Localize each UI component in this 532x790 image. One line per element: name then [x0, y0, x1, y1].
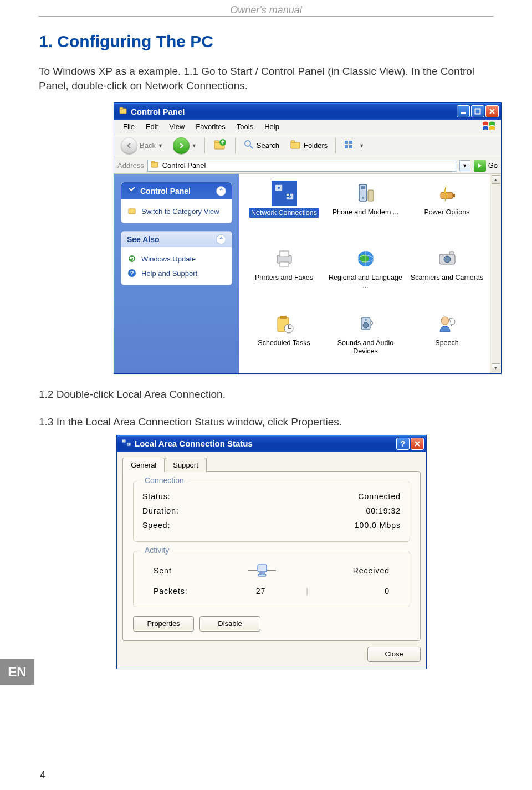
- go-button[interactable]: Go: [474, 160, 498, 172]
- address-label: Address: [117, 161, 144, 170]
- cp-item-globe[interactable]: Regional and Language ...: [325, 244, 406, 309]
- duration-key: Duration:: [142, 506, 179, 515]
- svg-rect-10: [291, 141, 295, 143]
- cp-item-network[interactable]: Network Connections: [243, 178, 325, 244]
- toolbar-separator: [335, 138, 336, 153]
- window-title: Control Panel: [131, 107, 185, 116]
- address-dropdown[interactable]: ▼: [459, 160, 470, 171]
- cp-item-label: Sounds and Audio Devices: [327, 339, 404, 356]
- power-icon: [434, 181, 460, 206]
- scroll-down-icon[interactable]: ▾: [492, 363, 500, 372]
- cp-item-phone[interactable]: Phone and Modem ...: [325, 178, 406, 244]
- svg-rect-18: [129, 209, 135, 214]
- control-panel-window: Control Panel File Edit View Favorites T…: [114, 102, 502, 374]
- svg-rect-14: [349, 145, 352, 148]
- network-icon: [121, 438, 131, 449]
- window-titlebar[interactable]: Control Panel: [114, 103, 501, 120]
- page-number: 4: [40, 770, 45, 781]
- properties-button[interactable]: Properties: [133, 616, 194, 632]
- cp-item-label: Network Connections: [249, 208, 319, 218]
- collapse-icon[interactable]: ⌃: [216, 234, 226, 244]
- activity-legend: Activity: [141, 546, 172, 555]
- svg-rect-3: [475, 109, 480, 114]
- forward-button[interactable]: ▼: [170, 136, 200, 156]
- views-button[interactable]: ▼: [340, 137, 367, 153]
- help-support-link[interactable]: ? Help and Support: [127, 266, 226, 280]
- svg-rect-54: [258, 565, 267, 572]
- icon-grid-area: Network ConnectionsPhone and Modem ...Po…: [239, 174, 501, 373]
- help-icon: ?: [127, 268, 137, 278]
- close-dialog-button[interactable]: Close: [367, 647, 421, 662]
- svg-line-8: [250, 146, 253, 148]
- cp-item-tasks[interactable]: Scheduled Tasks: [243, 309, 325, 373]
- control-panel-title-icon: [119, 106, 127, 117]
- sidebar-panel2-title: See Also: [127, 235, 160, 244]
- close-button[interactable]: [411, 438, 424, 450]
- tab-general[interactable]: General: [122, 458, 165, 472]
- cp-item-power[interactable]: Power Options: [406, 178, 488, 244]
- sidebar-panel-see-also: See Also ⌃ Windows Update ?: [121, 231, 232, 285]
- svg-point-7: [245, 141, 250, 146]
- folders-button[interactable]: Folders: [286, 137, 331, 153]
- tabs: General Support: [122, 458, 421, 472]
- menu-view[interactable]: View: [163, 121, 190, 132]
- page-header: Owner's manual: [39, 0, 493, 17]
- menu-edit[interactable]: Edit: [140, 121, 163, 132]
- search-button[interactable]: Search: [240, 137, 283, 153]
- chevron-down-icon: ▼: [192, 143, 197, 148]
- back-icon: [121, 137, 137, 154]
- collapse-icon[interactable]: ⌃: [216, 186, 226, 196]
- svg-rect-56: [258, 574, 266, 576]
- close-button[interactable]: [485, 105, 499, 117]
- cp-item-camera[interactable]: Scanners and Cameras: [406, 244, 488, 309]
- menu-favorites[interactable]: Favorites: [190, 121, 231, 132]
- disable-button[interactable]: Disable: [200, 616, 260, 632]
- step-1-2: 1.2 Double-click Local Area Connection.: [39, 387, 532, 402]
- cp-item-label: Scanners and Cameras: [411, 274, 483, 282]
- sidebar-header-see-also[interactable]: See Also ⌃: [121, 232, 232, 247]
- minimize-button[interactable]: [457, 105, 470, 117]
- help-button[interactable]: ?: [396, 438, 410, 450]
- cp-item-sound[interactable]: Sounds and Audio Devices: [325, 309, 406, 373]
- activity-icon: [247, 561, 277, 580]
- toolbar-separator: [204, 138, 205, 153]
- status-key: Status:: [142, 492, 171, 501]
- up-button[interactable]: [209, 136, 231, 155]
- window-titlebar[interactable]: Local Area Connection Status ?: [117, 435, 426, 452]
- cp-item-speech[interactable]: Speech: [406, 309, 488, 373]
- search-label: Search: [257, 141, 279, 150]
- switch-view-icon: [127, 206, 137, 216]
- svg-point-39: [444, 256, 451, 263]
- sidebar-header-control-panel[interactable]: Control Panel ⌃: [121, 182, 232, 199]
- back-button[interactable]: Back ▼: [117, 136, 166, 156]
- control-panel-header-icon: [127, 185, 137, 197]
- forward-icon: [173, 137, 190, 154]
- svg-point-48: [365, 319, 367, 321]
- menu-help[interactable]: Help: [259, 121, 285, 132]
- speed-key: Speed:: [142, 521, 170, 530]
- sent-label: Sent: [154, 566, 172, 575]
- svg-rect-33: [280, 251, 289, 257]
- header-title: Owner's manual: [230, 4, 302, 16]
- search-icon: [243, 139, 254, 152]
- tab-support[interactable]: Support: [165, 458, 207, 472]
- address-input[interactable]: Control Panel: [147, 160, 456, 172]
- windows-update-link[interactable]: Windows Update: [127, 252, 226, 266]
- cp-item-label: Printers and Faxes: [255, 274, 313, 282]
- svg-rect-29: [368, 190, 374, 201]
- scrollbar[interactable]: ▴ ▾: [490, 174, 501, 373]
- sidebar-panel-control-panel: Control Panel ⌃ Switch to Category View: [121, 182, 232, 223]
- packets-key: Packets:: [154, 587, 225, 596]
- menu-file[interactable]: File: [117, 121, 140, 132]
- svg-rect-12: [349, 141, 352, 144]
- scroll-up-icon[interactable]: ▴: [492, 175, 500, 184]
- folder-up-icon: [213, 138, 227, 153]
- folders-label: Folders: [304, 141, 328, 150]
- menu-tools[interactable]: Tools: [231, 121, 259, 132]
- menu-bar: File Edit View Favorites Tools Help: [114, 120, 501, 134]
- cp-item-printer[interactable]: Printers and Faxes: [243, 244, 325, 309]
- windows-update-icon: [127, 254, 137, 264]
- svg-rect-55: [260, 572, 264, 574]
- maximize-button[interactable]: [471, 105, 484, 117]
- switch-category-view-link[interactable]: Switch to Category View: [127, 204, 226, 218]
